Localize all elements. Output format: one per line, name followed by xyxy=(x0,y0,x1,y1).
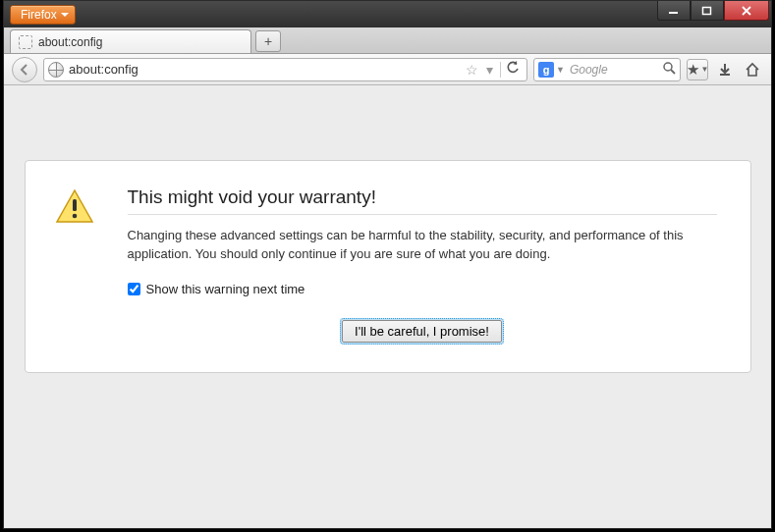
window-controls xyxy=(657,1,769,21)
accept-warning-button[interactable]: I'll be careful, I promise! xyxy=(342,320,502,343)
separator xyxy=(500,62,501,78)
search-bar[interactable]: g ▼ Google xyxy=(533,58,681,81)
download-arrow-icon xyxy=(717,62,733,78)
action-row: I'll be careful, I promise! xyxy=(128,320,717,343)
minimize-icon xyxy=(668,6,680,16)
home-button[interactable] xyxy=(742,59,763,80)
show-warning-checkbox-row[interactable]: Show this warning next time xyxy=(128,282,717,296)
warning-panel: This might void your warranty! Changing … xyxy=(25,160,751,373)
tab-title: about:config xyxy=(38,35,102,49)
show-warning-label: Show this warning next time xyxy=(146,282,305,296)
close-button[interactable] xyxy=(724,1,769,21)
search-go-button[interactable] xyxy=(662,61,676,78)
titlebar: Firefox xyxy=(4,1,771,27)
minimize-button[interactable] xyxy=(657,1,691,21)
tab-about-config[interactable]: about:config xyxy=(10,29,251,53)
firefox-menu-button[interactable]: Firefox xyxy=(10,5,76,25)
svg-point-7 xyxy=(72,214,77,219)
url-history-dropdown-icon[interactable]: ▾ xyxy=(480,62,498,78)
bookmark-filled-star-icon: ★ xyxy=(687,61,699,79)
chevron-down-icon: ▼ xyxy=(701,65,709,74)
back-button[interactable] xyxy=(12,57,37,82)
downloads-button[interactable] xyxy=(714,59,736,80)
search-placeholder: Google xyxy=(567,63,662,77)
warning-body: This might void your warranty! Changing … xyxy=(128,186,717,343)
magnifier-icon xyxy=(662,61,676,75)
firefox-menu-label: Firefox xyxy=(21,8,57,22)
home-icon xyxy=(745,62,760,78)
search-engine-icon: g xyxy=(538,62,554,78)
reload-icon xyxy=(506,61,520,75)
close-icon xyxy=(741,6,752,16)
url-bar[interactable]: about:config ☆ ▾ xyxy=(43,58,527,81)
back-arrow-icon xyxy=(18,63,31,77)
svg-rect-1 xyxy=(703,7,711,14)
warning-description: Changing these advanced settings can be … xyxy=(128,227,717,264)
svg-point-2 xyxy=(664,63,672,71)
plus-icon: + xyxy=(264,33,272,49)
tab-strip: about:config + xyxy=(4,27,771,54)
new-tab-button[interactable]: + xyxy=(255,30,281,52)
svg-line-3 xyxy=(671,70,675,74)
search-engine-dropdown-icon[interactable]: ▼ xyxy=(556,65,565,75)
svg-rect-0 xyxy=(669,12,678,14)
browser-window: Firefox about:config + xyxy=(3,0,772,529)
reload-button[interactable] xyxy=(503,61,523,78)
show-warning-checkbox[interactable] xyxy=(128,283,140,295)
bookmark-star-icon[interactable]: ☆ xyxy=(463,62,480,78)
warning-triangle-icon xyxy=(55,186,98,343)
tab-favicon-placeholder-icon xyxy=(19,35,32,49)
maximize-icon xyxy=(701,6,713,16)
bookmarks-menu-button[interactable]: ★▼ xyxy=(687,59,708,80)
content-area: This might void your warranty! Changing … xyxy=(4,85,771,528)
url-text: about:config xyxy=(69,62,463,77)
warning-title: This might void your warranty! xyxy=(128,186,717,215)
globe-icon xyxy=(48,62,64,78)
svg-rect-6 xyxy=(73,199,77,211)
maximize-button[interactable] xyxy=(691,1,724,21)
navigation-toolbar: about:config ☆ ▾ g ▼ Google ★▼ xyxy=(4,54,771,85)
